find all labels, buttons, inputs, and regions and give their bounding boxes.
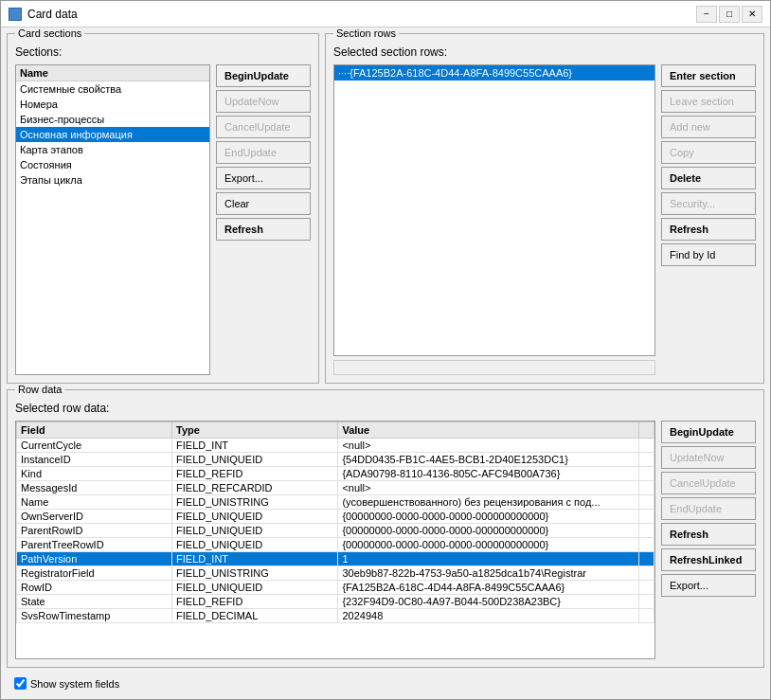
delete-button[interactable]: Delete [661,167,756,189]
cell-field: CurrentCycle [17,439,172,453]
find-by-id-button[interactable]: Find by Id [661,243,756,266]
end-update-button[interactable]: EndUpdate [216,141,311,164]
cell-extra [639,552,654,566]
main-window: Card data − □ ✕ Card sections Sections: … [0,0,771,700]
cell-extra [639,581,654,595]
table-row[interactable]: SvsRowTimestampFIELD_DECIMAL2024948 [17,609,654,623]
sections-buttons: BeginUpdate UpdateNow CancelUpdate EndUp… [216,64,311,375]
table-row[interactable]: KindFIELD_REFID{ADA90798-8110-4136-805C-… [17,467,654,481]
table-row[interactable]: CurrentCycleFIELD_INT<null> [17,439,654,453]
cell-type: FIELD_INT [172,439,338,453]
rd-end-update-button[interactable]: EndUpdate [661,497,756,520]
sections-list-container[interactable]: Name Системные свойства Номера Бизнес-пр… [15,64,210,375]
section-rows-panel: Section rows Selected section rows: ····… [325,33,764,384]
list-item[interactable]: Бизнес-процессы [16,112,209,127]
cell-type: FIELD_REFCARDID [172,481,338,495]
cell-type: FIELD_UNIQUEID [172,510,338,524]
list-item[interactable]: Состояния [16,157,209,172]
table-row[interactable]: InstanceIDFIELD_UNIQUEID{54DD0435-FB1C-4… [17,453,654,467]
cell-field: State [17,595,172,609]
cell-field: PathVersion [17,552,172,566]
bottom-bar: Show system fields [7,673,764,693]
rd-refresh-linked-button[interactable]: RefreshLinked [661,548,756,571]
refresh-button[interactable]: Refresh [216,218,311,241]
cell-extra [639,538,654,552]
selected-section-label: Selected section rows: [333,45,756,59]
window-title: Card data [27,8,78,21]
cell-extra [639,453,654,467]
list-item[interactable]: ····{FA125B2A-618C-4D44-A8FA-8499C55CAAA… [334,65,654,81]
list-item[interactable]: Этапы цикла [16,172,209,188]
row-data-table: Field Type Value CurrentCycleFIELD_INT<n… [16,422,654,623]
update-now-button[interactable]: UpdateNow [216,90,311,113]
cell-field: Name [17,495,172,510]
export-button[interactable]: Export... [216,167,311,189]
enter-section-button[interactable]: Enter section [661,64,756,87]
table-row[interactable]: PathVersionFIELD_INT1 [17,552,654,566]
cell-type: FIELD_UNISTRING [172,495,338,510]
col-extra [639,422,654,439]
cell-type: FIELD_INT [172,552,338,566]
cell-field: OwnServerID [17,510,172,524]
show-system-fields-label[interactable]: Show system fields [14,677,119,690]
col-type: Type [172,422,338,439]
list-item[interactable]: Карта этапов [16,142,209,157]
rd-cancel-update-button[interactable]: CancelUpdate [661,472,756,494]
clear-button[interactable]: Clear [216,192,311,215]
row-data-buttons: BeginUpdate UpdateNow CancelUpdate EndUp… [661,421,756,659]
row-data-content: Selected row data: Field Type Value [8,390,763,667]
rd-begin-update-button[interactable]: BeginUpdate [661,421,756,443]
cell-extra [639,467,654,481]
show-system-fields-checkbox[interactable] [14,677,27,690]
section-rows-list[interactable]: ····{FA125B2A-618C-4D44-A8FA-8499C55CAAA… [333,64,655,356]
table-row[interactable]: RegistratorFieldFIELD_UNISTRING30eb9b87-… [17,566,654,581]
add-new-button[interactable]: Add new [661,116,756,138]
cancel-update-button[interactable]: CancelUpdate [216,116,311,138]
row-data-table-container[interactable]: Field Type Value CurrentCycleFIELD_INT<n… [15,421,655,659]
cell-value: {54DD0435-FB1C-4AE5-BCB1-2D40E1253DC1} [338,453,639,467]
table-row[interactable]: ParentRowIDFIELD_UNIQUEID{00000000-0000-… [17,524,654,538]
cell-value: 30eb9b87-822b-4753-9a50-a1825dca1b74\Reg… [338,566,639,581]
row-data-body: Field Type Value CurrentCycleFIELD_INT<n… [15,421,756,659]
title-bar: Card data − □ ✕ [1,1,770,27]
list-item[interactable]: Номера [16,97,209,112]
section-rows-buttons: Enter section Leave section Add new Copy… [661,64,756,375]
cell-value: 1 [338,552,639,566]
table-row[interactable]: OwnServerIDFIELD_UNIQUEID{00000000-0000-… [17,510,654,524]
cell-field: ParentRowID [17,524,172,538]
rd-refresh-button[interactable]: Refresh [661,523,756,546]
table-row[interactable]: NameFIELD_UNISTRING(усовершенствованного… [17,495,654,510]
rd-export-button[interactable]: Export... [661,574,756,597]
cell-type: FIELD_DECIMAL [172,609,338,623]
title-bar-left: Card data [9,8,78,21]
security-button[interactable]: Security... [661,192,756,215]
cell-field: RowID [17,581,172,595]
cell-field: SvsRowTimestamp [17,609,172,623]
begin-update-button[interactable]: BeginUpdate [216,64,311,87]
list-item[interactable]: Системные свойства [16,81,209,97]
cell-field: Kind [17,467,172,481]
table-row[interactable]: RowIDFIELD_UNIQUEID{FA125B2A-618C-4D44-A… [17,581,654,595]
cell-field: ParentTreeRowID [17,538,172,552]
maximize-button[interactable]: □ [719,6,740,23]
leave-section-button[interactable]: Leave section [661,90,756,113]
horizontal-scrollbar[interactable] [333,360,655,375]
refresh-section-button[interactable]: Refresh [661,218,756,241]
title-bar-controls: − □ ✕ [696,6,762,23]
rd-update-now-button[interactable]: UpdateNow [661,446,756,469]
table-row[interactable]: ParentTreeRowIDFIELD_UNIQUEID{00000000-0… [17,538,654,552]
copy-button[interactable]: Copy [661,141,756,164]
cell-value: 2024948 [338,609,639,623]
minimize-button[interactable]: − [696,6,717,23]
cell-extra [639,510,654,524]
cell-type: FIELD_REFID [172,467,338,481]
cell-extra [639,566,654,581]
cell-type: FIELD_UNIQUEID [172,538,338,552]
close-button[interactable]: ✕ [742,6,762,23]
table-row[interactable]: StateFIELD_REFID{232F94D9-0C80-4A97-B044… [17,595,654,609]
list-item[interactable]: Основная информация [16,127,209,142]
section-rows-body: ····{FA125B2A-618C-4D44-A8FA-8499C55CAAA… [333,64,756,375]
cell-value: (усовершенствованного) без рецензировани… [338,495,639,510]
table-row[interactable]: MessagesIdFIELD_REFCARDID<null> [17,481,654,495]
cell-value: {00000000-0000-0000-0000-000000000000} [338,510,639,524]
